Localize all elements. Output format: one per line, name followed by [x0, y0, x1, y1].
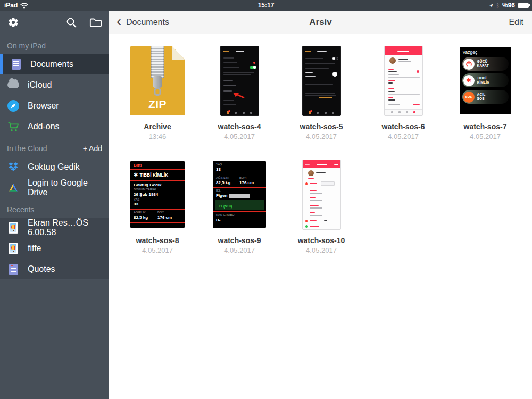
decor-bar [236, 51, 244, 52]
edit-button[interactable]: Edit [509, 18, 532, 27]
decor-bar [223, 90, 232, 92]
medical-id-asterisk-icon: ✱ [463, 75, 475, 86]
label-line: KİMLİK [477, 80, 490, 84]
search-icon[interactable] [65, 16, 78, 29]
thumb-box [280, 45, 362, 117]
age-value: 33 [216, 167, 263, 172]
zip-file-thumbnail: ZIP [130, 46, 185, 115]
file-item-watch-sos-4[interactable]: watch-sos-4 4.05.2017 [198, 45, 280, 140]
sidebar-item-icloud[interactable]: iCloud [0, 74, 109, 95]
file-name: watch-sos-9 [218, 236, 261, 245]
decor-bar [310, 207, 322, 209]
title-text: TIBBİ KİMLİK [139, 172, 168, 178]
file-date: 4.05.2017 [306, 132, 337, 140]
thumb-box [198, 45, 280, 117]
decor-bar [223, 85, 236, 87]
age-label: YAŞ [134, 198, 181, 202]
settings-icon[interactable] [7, 16, 20, 29]
section-recents: Recents [0, 198, 109, 218]
sos-badge-icon: SOS [463, 92, 475, 103]
app-screen: iPad 15:17 ➤ ᛒ %96 [0, 0, 532, 399]
sidebar-item-label: Documents [30, 60, 73, 69]
weight-label: AĞIRLIK: [216, 176, 239, 180]
height-value: 176 cm [239, 180, 263, 186]
watch-screenshot-medical-id-2: YAŞ 33 AĞIRLIK: BOY: 82,5 kg 176 cm [213, 161, 266, 228]
file-date: 4.05.2017 [142, 246, 173, 254]
sidebar-item-label: Browser [28, 101, 59, 111]
decor-bar [310, 190, 317, 191]
decor-bar [388, 71, 397, 73]
google-drive-icon [7, 181, 20, 194]
age-value: 33 [134, 202, 181, 207]
height-value: 176 cm [157, 215, 181, 220]
file-item-watch-sos-6[interactable]: watch-sos-6 4.05.2017 [362, 45, 444, 140]
sidebar-item-label: iCloud [28, 80, 52, 90]
text-file-icon [7, 263, 20, 276]
file-name: Archive [144, 122, 171, 131]
section-on-my-ipad: On my iPad [0, 34, 109, 54]
thumb-box [280, 159, 362, 230]
sidebar-item-google-drive[interactable]: Login to Google Drive [0, 177, 109, 198]
asterisk-glyph: ✱ [134, 172, 138, 178]
decor-bar [305, 68, 329, 69]
back-button[interactable]: ‹ Documents [109, 18, 169, 27]
tab-icon [325, 112, 327, 114]
tab-icon [391, 111, 393, 113]
decor-bar [305, 63, 335, 64]
decor-bar [223, 51, 229, 52]
recent-item-ekran[interactable]: Ekran Res…ÖS 6.00.58 [0, 218, 109, 238]
remove-row-icon [305, 220, 308, 222]
addons-cart-icon [7, 120, 20, 133]
back-button-label: Documents [126, 18, 169, 27]
browser-icon [7, 99, 20, 112]
red-divider [213, 187, 266, 188]
decor-bar [319, 97, 332, 98]
dob-value: 26 Şub 1984 [134, 192, 181, 197]
sidebar-item-documents[interactable]: Documents [0, 54, 109, 74]
section-label-text: Recents [7, 205, 34, 214]
tab-bar [303, 110, 340, 115]
age-label: YAŞ [216, 163, 263, 167]
file-item-archive[interactable]: ZIP Archive 13:46 [117, 45, 198, 140]
tab-icon [413, 111, 415, 113]
medical-id-slider: ✱ TIBBİ KİMLİK [462, 73, 509, 87]
sidebar-item-browser[interactable]: Browser [0, 95, 109, 116]
sidebar-item-addons[interactable]: Add-ons [0, 116, 109, 137]
tab-icon [243, 112, 245, 114]
medical-id-title: ✱ TIBBİ KİMLİK [134, 171, 181, 179]
decor-bar [305, 51, 311, 52]
separator [388, 94, 420, 95]
sidebar-item-label: Goktug Gedik [28, 162, 80, 172]
add-row-icon [305, 225, 308, 228]
file-item-watch-sos-7[interactable]: Vazgeç GÜCÜ KAPAT [444, 45, 526, 140]
file-name: watch-sos-5 [300, 122, 343, 131]
decor-bar [305, 95, 336, 96]
sidebar-item-dropbox-account[interactable]: Goktug Gedik [0, 156, 109, 177]
file-item-watch-sos-5[interactable]: watch-sos-5 4.05.2017 [280, 45, 362, 140]
phone-number: +1 (510) [218, 204, 232, 208]
recent-item-quotes[interactable]: Quotes [0, 259, 109, 280]
weight-height-labels: AĞIRLIK: BOY: [134, 211, 181, 215]
section-label-text: On my iPad [7, 41, 46, 50]
add-cloud-button[interactable]: + Add [83, 144, 102, 153]
file-item-watch-sos-9[interactable]: YAŞ 33 AĞIRLIK: BOY: 82,5 kg 176 cm [198, 159, 280, 254]
folder-icon[interactable] [89, 16, 102, 29]
file-item-watch-sos-8[interactable]: Bitti ✱ TIBBİ KİMLİK Goktug Gedik DOĞUM … [117, 159, 198, 254]
phone-number-highlight: +1 (510) [215, 200, 264, 210]
decor-bar [388, 99, 395, 101]
red-divider [213, 211, 266, 212]
separator [388, 77, 420, 78]
screenshot-thumbnail-dark-settings [220, 46, 259, 116]
red-divider [130, 222, 185, 223]
decor-bar [310, 220, 317, 221]
battery-notch [528, 4, 529, 7]
file-date: 4.05.2017 [224, 246, 255, 254]
updated-label: Güncelleme: 4 May 2017 [216, 227, 263, 228]
spouse-name: Figen [216, 193, 227, 198]
decor-bar [324, 220, 327, 221]
file-name: watch-sos-4 [218, 122, 261, 131]
decor-bar [310, 200, 322, 201]
file-item-watch-sos-10[interactable]: watch-sos-10 4.05.2017 [280, 159, 362, 254]
recent-item-fiffe[interactable]: fiffe [0, 238, 109, 259]
recent-item-label: fiffe [28, 244, 41, 253]
